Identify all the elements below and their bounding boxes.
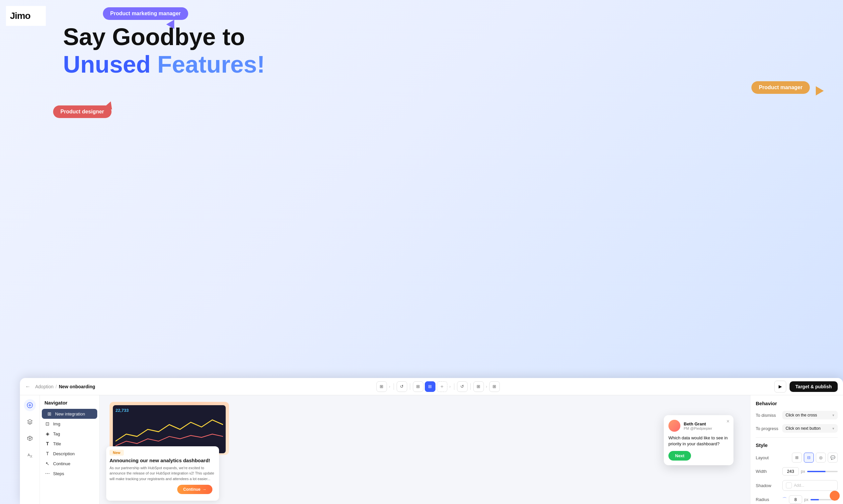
logo-area: Jimo bbox=[6, 6, 46, 26]
persona-badge-designer: Product designer bbox=[53, 105, 111, 118]
hero-background bbox=[0, 0, 422, 252]
persona-badge-marketing: Product marketing manager bbox=[103, 7, 188, 20]
logo-text: Jimo bbox=[10, 11, 30, 21]
